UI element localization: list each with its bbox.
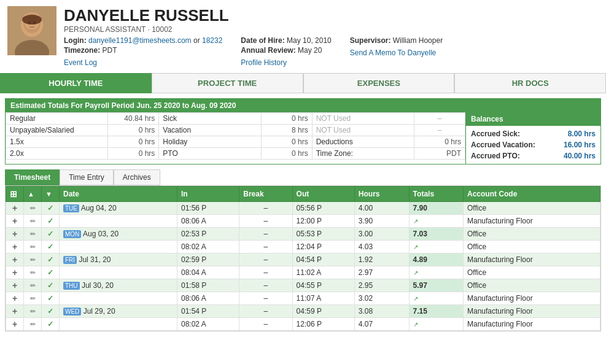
date-of-hire-field: Date of Hire: May 10, 2010 xyxy=(241,36,331,45)
tab-time-entry[interactable]: Time Entry xyxy=(60,169,114,185)
edit-icon[interactable]: ✏ xyxy=(28,268,37,277)
col-sort-desc: ▼ xyxy=(42,187,60,202)
col-in: In xyxy=(177,187,239,202)
event-log-link[interactable]: Event Log xyxy=(64,58,97,67)
check-icon[interactable]: ✓ xyxy=(45,319,55,329)
trend-icon: ↗ xyxy=(413,244,418,250)
timesheet-table: ⊞ ▲ ▼ Date In Break Out Hours Totals Acc… xyxy=(6,186,600,331)
login-email-link[interactable]: danyelle1191@timesheets.com xyxy=(88,36,192,45)
profile-history-link[interactable]: Profile History xyxy=(241,58,287,67)
login-id-link[interactable]: 18232 xyxy=(202,36,222,45)
add-entry-icon[interactable]: + xyxy=(10,281,20,290)
timesheet-tabs: Timesheet Time Entry Archives xyxy=(5,169,601,185)
employee-header: DANYELLE RUSSELL PERSONAL ASSISTANT · 10… xyxy=(0,0,606,73)
day-badge: MON xyxy=(63,230,81,238)
add-entry-icon[interactable]: + xyxy=(10,216,20,226)
annual-review-field: Annual Review: May 20 xyxy=(241,46,331,55)
payroll-header: Estimated Totals For Payroll Period Jun.… xyxy=(6,99,600,112)
tab-expenses[interactable]: EXPENSES xyxy=(303,73,455,93)
payroll-summary: Estimated Totals For Payroll Period Jun.… xyxy=(5,98,601,165)
trend-icon: ↗ xyxy=(413,321,418,328)
header-left-col: Login: danyelle1191@timesheets.com or 18… xyxy=(64,36,222,67)
login-field: Login: danyelle1191@timesheets.com or 18… xyxy=(64,36,222,45)
add-entry-icon[interactable]: + xyxy=(10,306,20,316)
tab-timesheet[interactable]: Timesheet xyxy=(5,169,60,185)
add-entry-icon[interactable]: + xyxy=(10,268,20,277)
check-icon[interactable]: ✓ xyxy=(45,255,55,265)
supervisor-field: Supervisor: William Hooper xyxy=(350,36,443,45)
check-icon[interactable]: ✓ xyxy=(45,216,55,226)
balances-header: Balances xyxy=(466,112,600,126)
payroll-left: Regular 40.84 hrs Sick 0 hrs NOT Used – … xyxy=(6,112,465,164)
col-break: Break xyxy=(239,187,292,202)
check-icon[interactable]: ✓ xyxy=(45,281,55,290)
balance-sick: Accrued Sick: 8.00 hrs xyxy=(471,128,596,139)
check-icon[interactable]: ✓ xyxy=(45,293,55,303)
col-account: Account Code xyxy=(463,187,600,202)
payroll-row-unpayable: Unpayable/Salaried 0 hrs Vacation 8 hrs … xyxy=(6,125,465,136)
tab-hr-docs[interactable]: HR DOCS xyxy=(454,73,606,93)
day-badge: TUE xyxy=(63,204,79,212)
table-row: + ✏ ✓ 08:06 A – 11:07 A 3.02 ↗ Manufactu… xyxy=(6,292,600,305)
check-icon[interactable]: ✓ xyxy=(45,268,55,277)
check-icon[interactable]: ✓ xyxy=(45,242,55,252)
edit-icon[interactable]: ✏ xyxy=(28,229,37,239)
header-mid-col: Date of Hire: May 10, 2010 Annual Review… xyxy=(241,36,331,67)
balances-section: Balances Accrued Sick: 8.00 hrs Accrued … xyxy=(465,112,600,164)
tab-archives[interactable]: Archives xyxy=(114,169,160,185)
table-row: + ✏ ✓ 08:02 A – 12:06 P 4.07 ↗ Manufactu… xyxy=(6,318,600,331)
svg-point-6 xyxy=(28,21,31,25)
tab-project-time[interactable]: PROJECT TIME xyxy=(152,73,303,93)
add-entry-icon[interactable]: + xyxy=(10,229,20,239)
sort-up-icon: ▲ xyxy=(28,190,34,198)
main-nav-tabs: HOURLY TIME PROJECT TIME EXPENSES HR DOC… xyxy=(0,73,606,93)
edit-icon[interactable]: ✏ xyxy=(28,255,37,265)
edit-icon[interactable]: ✏ xyxy=(28,242,37,252)
add-entry-icon[interactable]: + xyxy=(10,203,20,213)
balance-pto: Accrued PTO: 40.00 hrs xyxy=(471,150,596,161)
table-row: + ✏ ✓ MON Aug 03, 20 02:53 P – 05:53 P 3… xyxy=(6,228,600,241)
send-memo-link[interactable]: Send A Memo To Danyelle xyxy=(350,48,437,57)
check-icon[interactable]: ✓ xyxy=(45,203,55,213)
table-row: + ✏ ✓ 08:04 A – 11:02 A 2.97 ↗ Office xyxy=(6,266,600,279)
edit-icon[interactable]: ✏ xyxy=(28,293,37,303)
edit-icon[interactable]: ✏ xyxy=(28,281,37,290)
timezone-field: Timezone: PDT xyxy=(64,46,222,55)
col-date: Date xyxy=(60,187,177,202)
col-add: ⊞ xyxy=(6,187,24,202)
table-row: + ✏ ✓ FRI Jul 31, 20 02:59 P – 04:54 P 1… xyxy=(6,254,600,266)
col-out: Out xyxy=(292,187,354,202)
employee-name: DANYELLE RUSSELL xyxy=(64,6,599,25)
payroll-row-2x: 2.0x 0 hrs PTO 0 hrs Time Zone: PDT xyxy=(6,148,465,160)
edit-icon[interactable]: ✏ xyxy=(28,216,37,226)
avatar xyxy=(7,6,56,55)
trend-icon: ↗ xyxy=(413,269,418,276)
ts-header-row: ⊞ ▲ ▼ Date In Break Out Hours Totals Acc… xyxy=(6,187,600,202)
check-icon[interactable]: ✓ xyxy=(45,306,55,316)
payroll-row-1-5x: 1.5x 0 hrs Holiday 0 hrs Deductions 0 hr… xyxy=(6,136,465,148)
timesheet-container: ⊞ ▲ ▼ Date In Break Out Hours Totals Acc… xyxy=(5,185,601,331)
add-entry-icon[interactable]: + xyxy=(10,255,20,265)
edit-icon[interactable]: ✏ xyxy=(28,319,37,329)
check-icon[interactable]: ✓ xyxy=(45,229,55,239)
svg-point-7 xyxy=(33,21,36,25)
header-details: Login: danyelle1191@timesheets.com or 18… xyxy=(64,36,599,67)
add-entry-icon[interactable]: + xyxy=(10,242,20,252)
profile-history-link-container: Profile History xyxy=(241,58,331,67)
day-badge: THU xyxy=(63,282,80,290)
send-memo-link-container: Send A Memo To Danyelle xyxy=(350,48,443,57)
payroll-table: Regular 40.84 hrs Sick 0 hrs NOT Used – … xyxy=(6,112,465,160)
header-right-col: Supervisor: William Hooper Send A Memo T… xyxy=(350,36,443,67)
add-entry-icon[interactable]: + xyxy=(10,319,20,329)
col-hours: Hours xyxy=(354,187,409,202)
edit-icon[interactable]: ✏ xyxy=(28,203,37,213)
table-row: + ✏ ✓ WED Jul 29, 20 01:54 P – 04:59 P 3… xyxy=(6,305,600,318)
table-row: + ✏ ✓ 08:06 A – 12:00 P 3.90 ↗ Manufactu… xyxy=(6,215,600,228)
payroll-body: Regular 40.84 hrs Sick 0 hrs NOT Used – … xyxy=(6,112,600,164)
tab-hourly-time[interactable]: HOURLY TIME xyxy=(0,73,152,93)
edit-icon[interactable]: ✏ xyxy=(28,306,37,316)
col-totals: Totals xyxy=(409,187,463,202)
event-log-link-container: Event Log xyxy=(64,58,222,67)
add-entry-icon[interactable]: + xyxy=(10,293,20,303)
table-row: + ✏ ✓ THU Jul 30, 20 01:58 P – 04:55 P 2… xyxy=(6,279,600,292)
